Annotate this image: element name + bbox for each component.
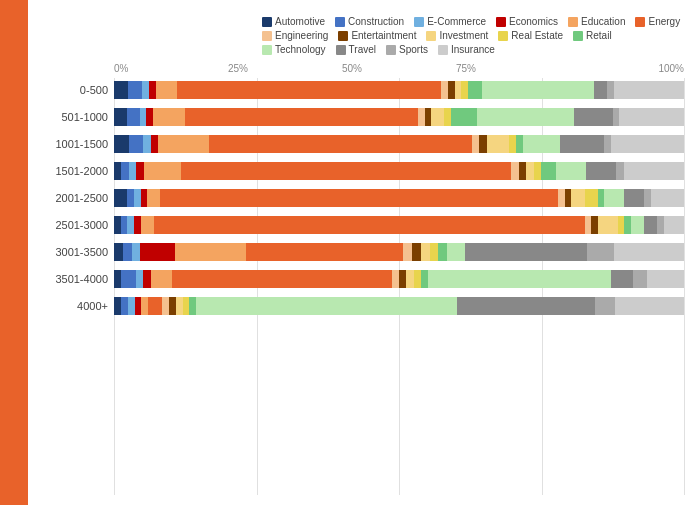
legend-swatch	[635, 17, 645, 27]
bar-segment	[487, 135, 509, 153]
bar-segment	[143, 270, 150, 288]
legend-item: Insurance	[438, 44, 495, 55]
row-label: 1001-1500	[42, 138, 108, 150]
legend-item: Travel	[336, 44, 376, 55]
legend-swatch	[262, 45, 272, 55]
legend-item: Investment	[426, 30, 488, 41]
row-label: 2001-2500	[42, 192, 108, 204]
sidebar	[0, 0, 28, 505]
bar-segment	[457, 297, 594, 315]
legend-swatch	[498, 31, 508, 41]
bar-segment	[114, 162, 121, 180]
bar-segment	[134, 216, 141, 234]
bar-segment	[611, 270, 633, 288]
bar-segment	[619, 108, 684, 126]
legend-label: Construction	[348, 16, 404, 27]
row-label: 501-1000	[42, 111, 108, 123]
main-content: AutomotiveConstructionE-CommerceEconomic…	[28, 0, 700, 505]
bar-segment	[177, 81, 441, 99]
bar-segment	[594, 81, 608, 99]
legend-swatch	[386, 45, 396, 55]
bar-segment	[162, 297, 169, 315]
top-section: AutomotiveConstructionE-CommerceEconomic…	[42, 16, 684, 55]
bar-segment	[149, 81, 156, 99]
bar-segment	[160, 189, 558, 207]
legend-swatch	[338, 31, 348, 41]
bar-segment	[209, 135, 472, 153]
bar-segment	[595, 297, 616, 315]
row-label: 3501-4000	[42, 273, 108, 285]
bar-segment	[448, 81, 455, 99]
bar-segment	[114, 135, 129, 153]
bar-segment	[431, 108, 444, 126]
bar-segment	[246, 243, 404, 261]
legend-swatch	[496, 17, 506, 27]
bar-segment	[399, 270, 406, 288]
bar-segment	[585, 216, 592, 234]
bar-segment	[587, 243, 613, 261]
legend-label: E-Commerce	[427, 16, 486, 27]
bar-container	[114, 108, 684, 126]
legend-item: Education	[568, 16, 625, 27]
legend-label: Insurance	[451, 44, 495, 55]
bar-segment	[140, 243, 175, 261]
legend-item: E-Commerce	[414, 16, 486, 27]
legend-swatch	[335, 17, 345, 27]
table-row: 2501-3000	[42, 213, 684, 237]
bar-container	[114, 162, 684, 180]
bar-segment	[134, 189, 141, 207]
bar-segment	[664, 216, 684, 234]
bar-segment	[183, 297, 190, 315]
bar-segment	[465, 243, 588, 261]
bar-segment	[560, 135, 604, 153]
bar-segment	[607, 81, 614, 99]
bar-segment	[141, 297, 148, 315]
bar-segment	[647, 270, 684, 288]
bar-segment	[151, 270, 173, 288]
legend-label: Entertaintment	[351, 30, 416, 41]
table-row: 2001-2500	[42, 186, 684, 210]
bar-segment	[624, 162, 684, 180]
grid-line	[684, 78, 685, 495]
bar-segment	[644, 189, 651, 207]
bar-segment	[158, 135, 209, 153]
legend-swatch	[438, 45, 448, 55]
legend-label: Engineering	[275, 30, 328, 41]
bar-segment	[185, 108, 418, 126]
bar-segment	[604, 189, 624, 207]
legend-swatch	[262, 31, 272, 41]
legend-item: Technology	[262, 44, 326, 55]
bar-segment	[128, 297, 135, 315]
bar-segment	[114, 216, 121, 234]
legend-label: Economics	[509, 16, 558, 27]
bar-segment	[558, 189, 565, 207]
bar-segment	[123, 243, 132, 261]
bar-segment	[144, 162, 181, 180]
bar-segment	[565, 189, 572, 207]
chart-area: 0%25%50%75%100% 0-500501-10001001-150015…	[42, 63, 684, 495]
legend-label: Real Estate	[511, 30, 563, 41]
bar-segment	[523, 135, 560, 153]
x-axis-label: 75%	[456, 63, 570, 74]
bar-segment	[574, 108, 613, 126]
legend-item: Entertaintment	[338, 30, 416, 41]
bar-container	[114, 135, 684, 153]
bar-segment	[151, 135, 158, 153]
bar-segment	[511, 162, 518, 180]
bar-segment	[114, 243, 123, 261]
x-axis-label: 50%	[342, 63, 456, 74]
legend-item: Economics	[496, 16, 558, 27]
bar-segment	[412, 243, 421, 261]
legend-label: Technology	[275, 44, 326, 55]
bar-segment	[428, 270, 611, 288]
bar-segment	[142, 81, 149, 99]
legend-item: Construction	[335, 16, 404, 27]
bar-segment	[451, 108, 477, 126]
bar-container	[114, 297, 684, 315]
bar-segment	[403, 243, 412, 261]
legend-swatch	[414, 17, 424, 27]
row-label: 1501-2000	[42, 165, 108, 177]
bar-segment	[147, 189, 160, 207]
bar-container	[114, 81, 684, 99]
bar-segment	[657, 216, 664, 234]
